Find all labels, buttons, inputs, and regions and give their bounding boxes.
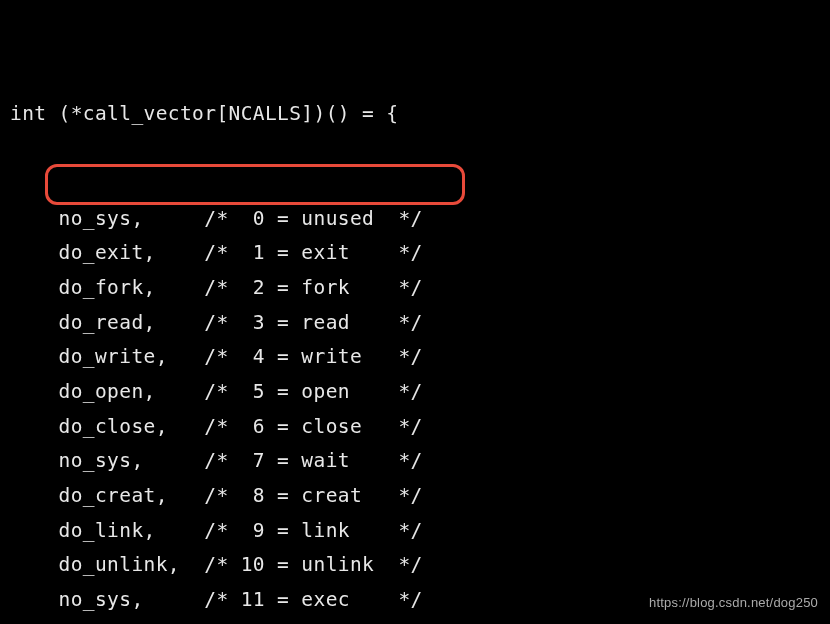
code-line: do_creat, /* 8 = creat */: [10, 479, 830, 514]
code-line: no_sys, /* 0 = unused */: [10, 202, 830, 237]
code-line: do_exit, /* 1 = exit */: [10, 236, 830, 271]
watermark-text: https://blog.csdn.net/dog250: [649, 591, 818, 614]
code-line: do_read, /* 3 = read */: [10, 306, 830, 341]
code-line: do_fork, /* 2 = fork */: [10, 271, 830, 306]
code-line: do_write, /* 4 = write */: [10, 340, 830, 375]
code-line: do_close, /* 6 = close */: [10, 410, 830, 445]
code-line: do_open, /* 5 = open */: [10, 375, 830, 410]
code-declaration: int (*call_vector[NCALLS])() = {: [10, 97, 830, 132]
code-line: do_unlink, /* 10 = unlink */: [10, 548, 830, 583]
code-line: do_chdir, /* 12 = chdir */: [10, 618, 830, 624]
code-block: int (*call_vector[NCALLS])() = { no_sys,…: [0, 0, 830, 624]
code-line: do_link, /* 9 = link */: [10, 514, 830, 549]
code-line: no_sys, /* 7 = wait */: [10, 444, 830, 479]
